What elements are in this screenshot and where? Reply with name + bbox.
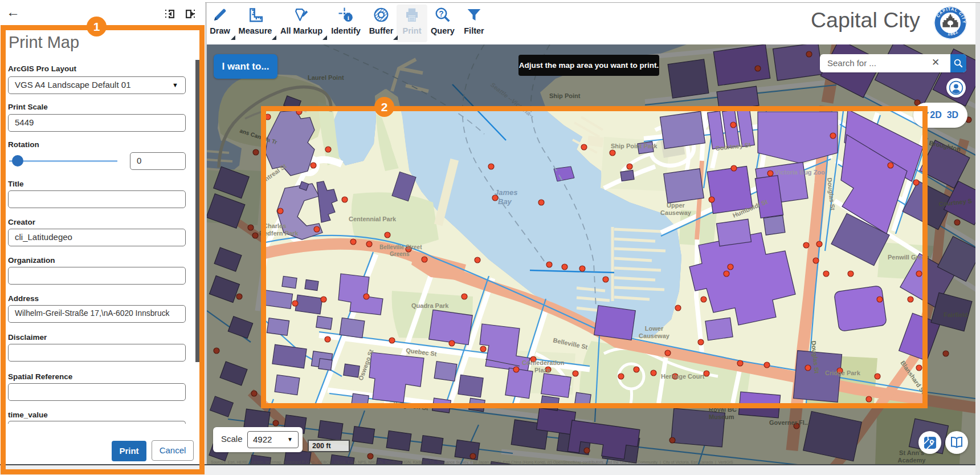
- svg-text:i: i: [348, 14, 349, 21]
- svg-text:?: ?: [439, 10, 443, 18]
